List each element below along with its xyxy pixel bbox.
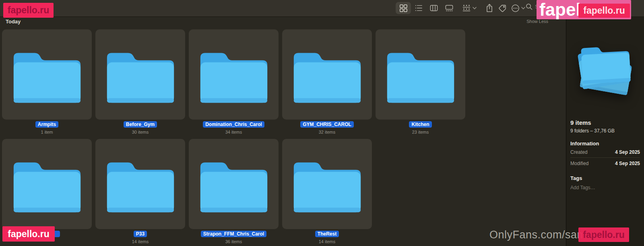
chevron-down-icon [473,7,477,10]
show-less-button[interactable]: Show Less [526,19,548,24]
fapello-watermark-top-right: fapel fapello.ru [537,0,631,19]
folder-tile[interactable] [95,29,185,120]
fapello-watermark-large-text: fapel [537,1,581,19]
column-view-button[interactable] [426,2,442,14]
tags-button[interactable] [498,2,507,14]
selection-size: 9 folders – 37,76 GB [570,128,640,134]
folder-icon [384,47,458,105]
share-icon [485,4,493,12]
finder-window: S Today Show Less Armpits 1 item [0,0,644,246]
detail-value: 4 Sep 2025 [615,161,640,166]
folder-item-gym-chris-carol[interactable]: GYM_CHRIS_CAROL 32 items [282,29,372,135]
folder-tile[interactable] [2,29,92,120]
more-icon [511,4,520,12]
folder-count: 14 items [282,239,372,244]
folder-icon [103,47,178,105]
search-icon [526,3,533,10]
detail-row-modified: Modified 4 Sep 2025 [570,157,640,169]
folder-count: 32 items [282,130,372,135]
folder-icon [578,41,633,86]
folder-count: 36 items [189,239,279,244]
folder-item-kitchen[interactable]: Kitchen 23 items [376,29,465,135]
folder-name: Armpits [35,121,58,128]
folder-icon [10,47,84,105]
detail-row-created: Created 4 Sep 2025 [570,147,640,157]
folder-count: 23 items [376,130,465,135]
tag-icon [498,4,507,12]
more-button[interactable] [511,2,525,14]
list-view-icon [415,4,423,12]
folder-name: Domination_Chris_Carol [203,121,264,128]
folder-icon [197,157,271,215]
folder-name: P33 [134,231,147,237]
folder-count: 30 items [95,130,185,135]
folder-item-strapon-ffm-chris-carol[interactable]: Strapon_FFM_Chris_Carol 36 items [189,139,279,244]
folder-count: 34 items [189,130,279,135]
group-by-icon [462,4,471,12]
preview-panel: 9 items 9 folders – 37,76 GB Information… [566,17,644,246]
folder-icon [197,47,271,105]
folder-tile[interactable] [189,29,279,120]
gallery-view-button[interactable] [442,2,457,14]
view-switcher [396,2,457,14]
add-tags-field[interactable]: Add Tags… [570,185,640,190]
folder-count: 1 item [2,130,92,135]
folder-name: Kitchen [409,121,431,128]
list-view-button[interactable] [411,2,426,14]
share-button[interactable] [485,2,493,14]
chevron-down-icon [521,7,525,10]
detail-value: 4 Sep 2025 [615,149,640,155]
folder-item-domination-chris-carol[interactable]: Domination_Chris_Carol 34 items [189,29,279,135]
group-by-button[interactable] [462,2,477,14]
folder-count: 14 items [95,239,185,244]
selection-summary: 9 items [570,119,640,126]
folder-icon [10,157,84,215]
fapello-watermark-inner-box: fapello.ru [578,4,630,18]
folder-item-therest[interactable]: TheRest 14 items [282,139,372,244]
folder-name: TheRest [315,231,339,237]
fapello-watermark-top-left: fapello.ru [3,3,54,18]
folder-item-before-gym[interactable]: Before_Gym 30 items [95,29,185,135]
column-view-icon [430,4,438,12]
folder-icon [290,47,364,105]
detail-label: Created [570,149,588,155]
folder-stack-preview [575,38,636,102]
information-heading: Information [570,141,640,147]
folder-item-armpits[interactable]: Armpits 1 item [2,29,92,135]
main-content: Today Show Less Armpits 1 item [0,17,566,246]
tags-heading: Tags [570,175,640,181]
folder-tile[interactable] [282,29,372,120]
folder-grid: Armpits 1 item Before_Gym 30 items [0,26,473,244]
fapello-watermark-bottom-right: fapello.ru [578,227,629,242]
folder-item-p33[interactable]: P33 14 items [95,139,185,244]
folder-name: Before_Gym [124,121,157,128]
detail-label: Modified [570,161,588,166]
folder-tile[interactable] [189,139,279,229]
grid-view-icon [399,4,407,12]
group-header: Today Show Less [0,17,566,26]
fapello-watermark-bottom-left: fapello.ru [2,226,55,242]
gallery-view-icon [445,4,453,12]
grid-view-button[interactable] [396,2,411,14]
folder-icon [103,157,178,215]
folder-tile[interactable] [376,29,465,120]
folder-icon [290,157,364,215]
folder-name: Strapon_FFM_Chris_Carol [201,231,266,237]
folder-tile[interactable] [95,139,185,229]
group-title: Today [6,19,21,25]
folder-tile[interactable] [2,139,92,229]
folder-name: GYM_CHRIS_CAROL [300,121,354,128]
folder-tile[interactable] [282,139,372,229]
